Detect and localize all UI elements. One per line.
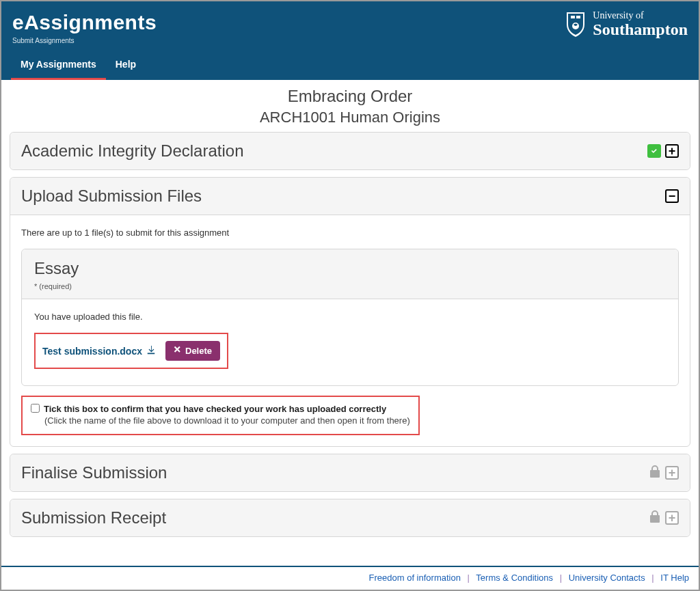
confirm-highlight: Tick this box to confirm that you have c… <box>21 396 420 435</box>
expand-icon[interactable]: + <box>665 466 679 480</box>
nav-my-assignments[interactable]: My Assignments <box>11 51 106 80</box>
confirm-label-text: Tick this box to confirm that you have c… <box>44 404 386 414</box>
footer-link-contacts[interactable]: University Contacts <box>569 573 645 583</box>
confirm-section: Tick this box to confirm that you have c… <box>21 396 679 435</box>
confirm-label-row[interactable]: Tick this box to confirm that you have c… <box>31 404 410 414</box>
footer-separator: | <box>560 573 562 583</box>
panel-heading-finalise[interactable]: Finalise Submission + <box>10 454 690 491</box>
footer-separator: | <box>468 573 470 583</box>
panel-receipt: Submission Receipt + <box>10 499 690 537</box>
check-icon <box>647 144 661 158</box>
main-content: Embracing Order ARCH1001 Human Origins A… <box>1 80 699 566</box>
footer: Freedom of information | Terms & Conditi… <box>1 566 699 590</box>
panel-title-finalise: Finalise Submission <box>21 463 167 482</box>
footer-separator: | <box>651 573 654 583</box>
finalise-controls: + <box>649 465 679 482</box>
footer-link-terms[interactable]: Terms & Conditions <box>476 573 553 583</box>
main-nav: My Assignments Help <box>1 51 699 80</box>
svg-rect-0 <box>571 16 575 18</box>
delete-icon <box>174 346 182 356</box>
header-left: eAssignments Submit Assignments <box>12 11 157 44</box>
upload-intro-text: There are up to 1 file(s) to submit for … <box>21 228 679 238</box>
essay-heading: Essay * (required) <box>22 249 678 299</box>
panel-title-integrity: Academic Integrity Declaration <box>21 141 243 161</box>
title-block: Embracing Order ARCH1001 Human Origins <box>10 87 690 126</box>
panel-heading-upload[interactable]: Upload Submission Files − <box>10 178 690 215</box>
app-title: eAssignments <box>12 11 157 34</box>
panel-title-receipt: Submission Receipt <box>21 508 166 527</box>
collapse-icon[interactable]: − <box>665 189 679 203</box>
download-icon <box>146 345 156 357</box>
panel-title-upload: Upload Submission Files <box>21 187 202 206</box>
lock-icon <box>649 465 661 482</box>
confirm-checkbox[interactable] <box>31 404 40 413</box>
delete-label: Delete <box>185 346 212 356</box>
confirm-hint-text: (Click the name of the file above to dow… <box>44 415 410 426</box>
course-title: ARCH1001 Human Origins <box>10 109 690 126</box>
university-name: University of Southampton <box>593 11 688 38</box>
university-logo-block: University of Southampton <box>564 11 688 38</box>
lock-icon <box>649 510 661 527</box>
integrity-controls: + <box>647 144 679 158</box>
footer-link-freedom[interactable]: Freedom of information <box>369 573 461 583</box>
assignment-title: Embracing Order <box>10 87 690 106</box>
panel-academic-integrity: Academic Integrity Declaration + <box>10 132 690 170</box>
panel-heading-integrity[interactable]: Academic Integrity Declaration + <box>10 133 690 169</box>
panel-heading-receipt[interactable]: Submission Receipt + <box>10 499 690 536</box>
app-header: eAssignments Submit Assignments Universi… <box>1 1 699 51</box>
expand-icon[interactable]: + <box>665 511 679 525</box>
delete-file-button[interactable]: Delete <box>165 341 220 361</box>
essay-title: Essay <box>34 259 666 278</box>
panel-upload-files: Upload Submission Files − There are up t… <box>10 177 690 447</box>
university-line2: Southampton <box>593 21 688 38</box>
upload-controls: − <box>665 189 679 203</box>
header-subtitle: Submit Assignments <box>12 37 157 44</box>
panel-finalise: Finalise Submission + <box>10 454 690 492</box>
essay-panel: Essay * (required) You have uploaded thi… <box>21 249 679 386</box>
uploaded-file-link[interactable]: Test submission.docx <box>42 345 156 357</box>
upload-body: There are up to 1 file(s) to submit for … <box>10 215 690 446</box>
uploaded-file-highlight: Test submission.docx Delete <box>34 333 228 369</box>
expand-icon[interactable]: + <box>665 144 679 158</box>
essay-body: You have uploaded this file. Test submis… <box>22 299 678 385</box>
university-crest-icon <box>564 11 587 38</box>
university-line1: University of <box>593 11 688 21</box>
page: eAssignments Submit Assignments Universi… <box>1 1 699 590</box>
nav-help[interactable]: Help <box>106 51 146 80</box>
uploaded-status-text: You have uploaded this file. <box>34 312 666 322</box>
receipt-controls: + <box>649 510 679 527</box>
footer-link-it-help[interactable]: IT Help <box>660 573 689 583</box>
essay-required-label: * (required) <box>34 282 666 290</box>
svg-rect-1 <box>576 16 580 18</box>
uploaded-file-name: Test submission.docx <box>42 346 142 357</box>
